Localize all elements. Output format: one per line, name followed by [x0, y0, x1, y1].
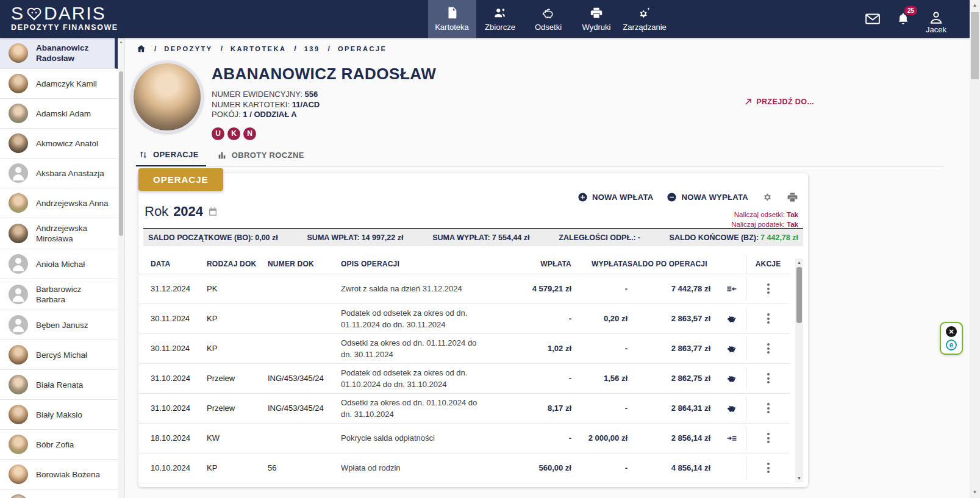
close-icon[interactable]: ✕ [946, 326, 957, 337]
tab-obroty-roczne[interactable]: OBROTY ROCZNE [215, 145, 312, 166]
mail-icon[interactable] [865, 12, 881, 26]
resident-avatar [9, 494, 28, 498]
table-scrollbar[interactable]: ▲ ▼ [795, 258, 803, 482]
resident-avatar [9, 224, 28, 243]
scrollbar-thumb[interactable] [971, 12, 979, 79]
nav-item-zarzadzanie[interactable]: Zarządzanie [621, 0, 669, 38]
browser-extension-widget: ✕ e [940, 322, 963, 355]
col-opis-operacji: OPIS OPERACJI [341, 260, 510, 268]
eset-icon[interactable]: e [946, 340, 957, 350]
resident-item[interactable]: Cyżykowska Anna [0, 489, 118, 498]
home-icon[interactable] [136, 44, 146, 54]
summary-label: SALDO KOŃCOWE (BZ): [670, 233, 759, 242]
scroll-down-icon[interactable]: ▼ [970, 487, 980, 498]
resident-item[interactable]: Andrzejewska Mirosława [0, 218, 118, 249]
row-menu-button[interactable] [762, 369, 774, 388]
person-header: ABANANOWICZ RADOSŁAW NUMER EWIDENCYJNY: … [125, 59, 980, 140]
cell-balance: 2 863,77 zł [628, 344, 718, 353]
scroll-down-icon[interactable]: ▼ [795, 474, 803, 482]
resident-item[interactable]: Bęben Janusz [0, 310, 118, 340]
tab-operacje[interactable]: OPERACJE [136, 145, 206, 166]
status-badge: K [227, 127, 240, 140]
resident-item[interactable]: Adamski Adam [0, 99, 118, 129]
bell-icon[interactable]: 25 [896, 12, 910, 26]
goto-link[interactable]: PRZEJDŹ DO... [744, 98, 814, 106]
cell-withdrawal: - [571, 344, 628, 353]
summary-label: SUMA WYPŁAT: [432, 233, 490, 242]
accrual-settings: Naliczaj odsetki: Tak Naliczaj podatek: … [731, 210, 798, 229]
table-row: 31.10.2024 Przelew ING/453/345/24 Podate… [138, 364, 790, 394]
scroll-up-icon[interactable]: ▲ [970, 0, 980, 11]
nav-item-zbiorcze[interactable]: Zbiorcze [476, 0, 524, 38]
cell-balance: 2 864,31 zł [628, 404, 718, 413]
gear-sparkle-icon [637, 6, 652, 20]
breadcrumb-link[interactable]: 139 [304, 45, 320, 52]
gear-icon[interactable] [762, 191, 773, 203]
cell-date: 31.12.2024 [151, 284, 207, 293]
new-deposit-button[interactable]: NOWA WPŁATA [578, 192, 654, 202]
row-menu-button[interactable] [762, 399, 774, 418]
row-menu-button[interactable] [762, 429, 774, 447]
scrollbar-thumb[interactable] [796, 267, 802, 323]
table-row: 30.11.2024 KP Podatek od odsetek za okre… [138, 304, 790, 334]
breadcrumb-link[interactable]: DEPOZYTY [164, 45, 212, 52]
cell-withdrawal: - [571, 284, 628, 293]
cell-actions [746, 427, 790, 450]
resident-item[interactable]: Akmowicz Anatol [0, 129, 118, 158]
resident-avatar [9, 315, 28, 335]
sidebar-scrollbar[interactable]: ▲ [118, 38, 124, 498]
resident-item[interactable]: Bercyś Michał [0, 340, 118, 370]
field-value: 556 [304, 90, 318, 99]
external-arrow-icon [744, 98, 753, 106]
operation-type-icon [718, 343, 746, 354]
page-scrollbar[interactable]: ▲ ▼ [970, 0, 980, 498]
new-withdrawal-button[interactable]: NOWA WYPŁATA [667, 192, 748, 202]
resident-item[interactable]: Aksbara Anastazja [0, 158, 118, 188]
printer-icon [590, 6, 603, 20]
table-header: DATA RODZAJ DOK NUMER DOK OPIS OPERACJI … [138, 255, 790, 274]
row-menu-button[interactable] [762, 310, 774, 328]
breadcrumb-link[interactable]: OPERACJE [338, 45, 387, 52]
cell-deposit: 560,00 zł [510, 463, 571, 472]
scrollbar-thumb[interactable] [119, 71, 123, 236]
row-menu-button[interactable] [762, 459, 774, 477]
nav-item-kartoteka[interactable]: Kartoteka [428, 0, 476, 38]
cell-withdrawal: 0,20 zł [571, 314, 628, 323]
resident-item[interactable]: Biały Maksio [0, 400, 118, 430]
resident-item[interactable]: Barbarowicz Barbara [0, 279, 118, 310]
row-menu-button[interactable] [762, 340, 774, 358]
nav-item-odsetki[interactable]: Odsetki [524, 0, 573, 38]
resident-item[interactable]: Abananowicz Radosław [0, 38, 118, 69]
summary-label: SUMA WPŁAT: [307, 233, 360, 242]
breadcrumb-item: / OPERACJE [328, 44, 387, 53]
cell-description: Wpłata od rodzin [341, 462, 510, 474]
document-icon [445, 6, 459, 20]
scroll-up-icon[interactable]: ▲ [795, 258, 803, 266]
print-icon[interactable] [787, 191, 798, 203]
resident-name: Biały Maksio [36, 410, 82, 420]
cell-doc-type: Przelew [207, 374, 268, 383]
user-menu[interactable]: Jacek [926, 10, 946, 34]
row-menu-button[interactable] [762, 280, 774, 298]
scroll-up-icon[interactable]: ▲ [118, 38, 124, 46]
resident-name: Biała Renata [36, 380, 83, 390]
resident-name: Barbarowicz Barbara [36, 284, 113, 305]
nav-item-wydruki[interactable]: Wydruki [573, 0, 621, 38]
resident-item[interactable]: Bóbr Zofia [0, 430, 118, 460]
resident-list: Abananowicz Radosław Adamczyk Kamil Adam… [0, 38, 118, 498]
breadcrumb-item: / DEPOZYTY [154, 44, 213, 53]
resident-item[interactable]: Borowiak Bożena [0, 460, 118, 489]
resident-avatar [9, 285, 28, 304]
resident-item[interactable]: Biała Renata [0, 370, 118, 400]
person-photo [131, 61, 203, 133]
breadcrumb-link[interactable]: KARTOTEKA [231, 45, 286, 52]
notification-badge: 25 [904, 6, 917, 15]
cell-description: Zwrot z salda na dzień 31.12.2024 [341, 283, 510, 294]
calendar-icon[interactable] [208, 207, 218, 216]
resident-item[interactable]: Anioła Michał [0, 249, 118, 279]
resident-avatar [9, 435, 28, 454]
resident-item[interactable]: Adamczyk Kamil [0, 69, 118, 99]
resident-item[interactable]: Andrzejewska Anna [0, 188, 118, 218]
cell-description: Odsetki za okres od dn. 01.10.2024 do dn… [341, 397, 510, 420]
summary-value: 7 442,78 zł [760, 233, 798, 242]
